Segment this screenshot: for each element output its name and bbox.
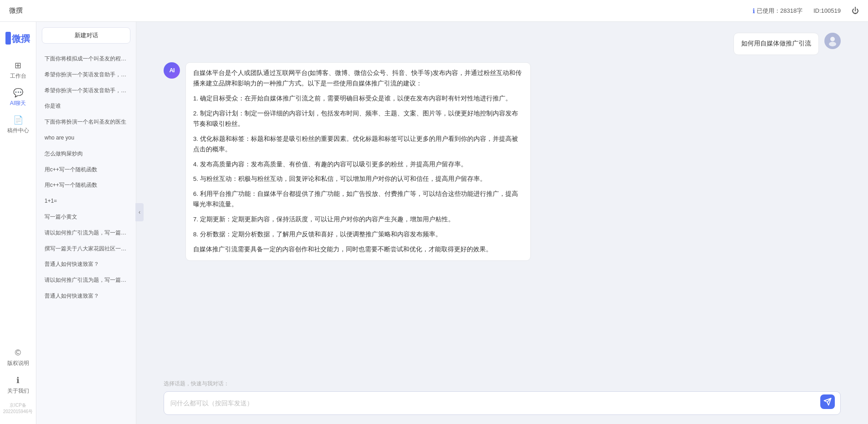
- send-button[interactable]: [820, 394, 835, 409]
- power-icon[interactable]: ⏻: [852, 7, 859, 15]
- ai-paragraph: 2. 制定内容计划：制定一份详细的内容计划，包括发布时间、频率、主题、文案、图片…: [193, 109, 523, 130]
- chat-input[interactable]: [170, 399, 818, 408]
- history-item[interactable]: 怎么做狗屎炒肉: [40, 146, 132, 162]
- user-message-row: 如何用自媒体做推广引流: [164, 33, 841, 55]
- copyright-icon: ©: [15, 348, 21, 358]
- history-item[interactable]: 用c++写一个随机函数: [40, 177, 132, 193]
- app-title: 微撰: [9, 6, 23, 15]
- svg-rect-0: [5, 32, 11, 45]
- history-item[interactable]: 请以如何推广引流为题，写一篇大纲: [40, 272, 132, 288]
- ai-paragraph: 5. 与粉丝互动：积极与粉丝互动，回复评论和私信，可以增加用户对你的认可和信任，…: [193, 174, 523, 185]
- nav-drafts-label: 稿件中心: [7, 127, 29, 135]
- user-message-bubble: 如何用自媒体做推广引流: [733, 33, 819, 55]
- history-item[interactable]: 请以如何推广引流为题，写一篇大纲: [40, 225, 132, 241]
- nav-copyright[interactable]: © 版权说明: [4, 346, 33, 369]
- history-item[interactable]: 1+1=: [40, 193, 132, 209]
- chat-area: 如何用自媒体做推广引流 AI 自媒体平台是个人或团队通过互联网平台(如博客、微博…: [136, 22, 868, 424]
- logo: 微撰: [5, 29, 31, 47]
- history-item[interactable]: 用c++写一个随机函数: [40, 162, 132, 178]
- history-item[interactable]: 普通人如何快速致富？: [40, 288, 132, 304]
- svg-point-3: [829, 42, 836, 46]
- bottom-nav: © 版权说明 ℹ 关于我们 京ICP备2022015946号: [0, 346, 36, 417]
- quick-topics-label: 选择话题，快速与我对话：: [164, 380, 841, 388]
- id-text: ID:100519: [813, 7, 841, 14]
- history-item[interactable]: 希望你扮演一个英语发音助手，我提供给你...: [40, 67, 132, 83]
- history-list: 下面你将模拟成一个叫圣友的程序员，我说...希望你扮演一个英语发音助手，我提供给…: [36, 49, 136, 424]
- ai-paragraph: 3. 优化标题和标签：标题和标签是吸引粉丝的重要因素。优化标题和标签可以让更多的…: [193, 134, 523, 155]
- nav-copyright-label: 版权说明: [7, 359, 29, 367]
- workbench-icon: ⊞: [15, 60, 21, 70]
- icp-text: 京ICP备2022015946号: [0, 400, 36, 417]
- ai-paragraph: 自媒体平台是个人或团队通过互联网平台(如博客、微博、微信公众号、抖音、快手等)发…: [193, 68, 523, 89]
- nav-ai-chat[interactable]: 💬 AI聊天: [4, 85, 33, 109]
- user-message-text: 如何用自媒体做推广引流: [741, 40, 811, 47]
- ai-paragraph: 自媒体推广引流需要具备一定的内容创作和社交能力，同时也需要不断尝试和优化，才能取…: [193, 244, 523, 255]
- right-info: ℹ 已使用：28318字 ID:100519 ⏻: [753, 7, 859, 15]
- nav-drafts[interactable]: 📄 稿件中心: [4, 113, 33, 136]
- svg-text:微撰: 微撰: [11, 34, 30, 44]
- info-icon: ℹ: [753, 7, 755, 15]
- history-item[interactable]: 你是谁: [40, 98, 132, 114]
- ai-paragraph: 6. 利用平台推广功能：自媒体平台都提供了推广功能，如广告投放、付费推广等，可以…: [193, 189, 523, 210]
- user-avatar: [824, 33, 841, 49]
- ai-paragraph: 4. 发布高质量内容：发布高质量、有价值、有趣的内容可以吸引更多的粉丝，并提高用…: [193, 160, 523, 170]
- messages-container: 如何用自媒体做推广引流 AI 自媒体平台是个人或团队通过互联网平台(如博客、微博…: [136, 22, 868, 374]
- ai-paragraph: 7. 定期更新：定期更新内容，保持活跃度，可以让用户对你的内容产生兴趣，增加用户…: [193, 214, 523, 225]
- history-item[interactable]: who are you: [40, 130, 132, 146]
- nav-about-label: 关于我们: [7, 387, 29, 395]
- ai-chat-icon: 💬: [13, 88, 23, 98]
- nav-workbench-label: 工作台: [10, 72, 26, 80]
- history-item[interactable]: 下面你将模拟成一个叫圣友的程序员，我说...: [40, 51, 132, 67]
- usage-info: ℹ 已使用：28318字: [753, 7, 803, 15]
- history-item[interactable]: 希望你扮演一个英语发音助手，我提供给你...: [40, 83, 132, 99]
- history-sidebar: 新建对话 下面你将模拟成一个叫圣友的程序员，我说...希望你扮演一个英语发音助手…: [36, 22, 136, 424]
- history-item[interactable]: 写一篇小黄文: [40, 209, 132, 225]
- input-area: 选择话题，快速与我对话：: [136, 374, 868, 424]
- history-item[interactable]: 撰写一篇关于八大家花园社区一刻钟便民生...: [40, 241, 132, 257]
- about-icon: ℹ: [16, 375, 20, 385]
- usage-text: 已使用：28318字: [757, 7, 803, 15]
- ai-paragraph: 1. 确定目标受众：在开始自媒体推广引流之前，需要明确目标受众是谁，以便在发布内…: [193, 94, 523, 104]
- svg-point-2: [830, 37, 835, 41]
- input-box[interactable]: [164, 391, 841, 415]
- history-item[interactable]: 下面你将扮演一个名叫圣友的医生: [40, 114, 132, 130]
- topbar: 微撰 ℹ 已使用：28318字 ID:100519 ⏻: [0, 0, 868, 22]
- nav-about[interactable]: ℹ 关于我们: [4, 373, 33, 397]
- ai-paragraph: 8. 分析数据：定期分析数据，了解用户反馈和喜好，以便调整推广策略和内容发布频率…: [193, 229, 523, 240]
- collapse-sidebar-button[interactable]: ‹: [135, 203, 144, 221]
- ai-message-bubble: 自媒体平台是个人或团队通过互联网平台(如博客、微博、微信公众号、抖音、快手等)发…: [185, 62, 531, 261]
- new-chat-button[interactable]: 新建对话: [42, 27, 130, 44]
- nav-workbench[interactable]: ⊞ 工作台: [4, 58, 33, 82]
- ai-avatar: AI: [164, 62, 180, 79]
- ai-message-row: AI 自媒体平台是个人或团队通过互联网平台(如博客、微博、微信公众号、抖音、快手…: [164, 62, 841, 261]
- nav-ai-chat-label: AI聊天: [10, 100, 26, 107]
- drafts-icon: 📄: [13, 115, 23, 125]
- left-nav: 微撰 ⊞ 工作台 💬 AI聊天 📄 稿件中心 © 版权说明 ℹ 关于我们 京IC…: [0, 22, 36, 424]
- history-item[interactable]: 普通人如何快速致富？: [40, 256, 132, 272]
